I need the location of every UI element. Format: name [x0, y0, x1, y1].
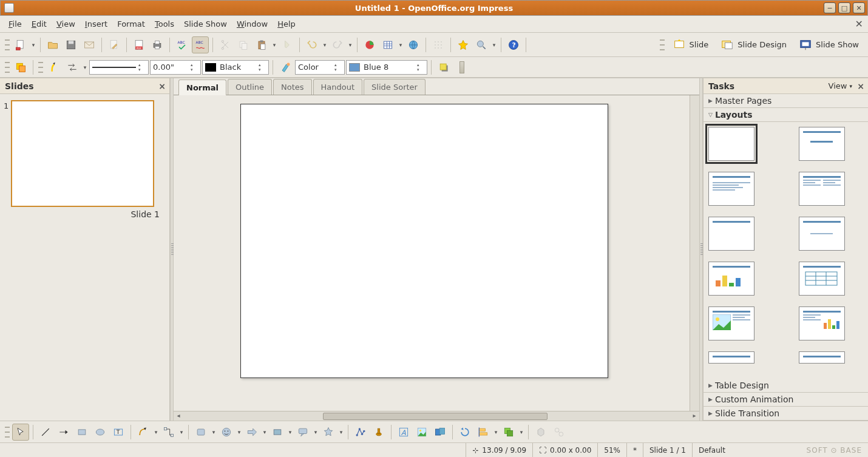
hyperlink-button[interactable] — [405, 36, 422, 53]
menu-window[interactable]: Window — [232, 17, 273, 31]
help-button[interactable]: ? — [505, 36, 522, 53]
arrow-tool[interactable] — [55, 424, 72, 441]
slides-panel-close[interactable]: × — [158, 81, 166, 91]
tab-notes[interactable]: Notes — [273, 79, 312, 95]
zoom-button[interactable] — [473, 36, 490, 53]
close-button[interactable]: ✕ — [853, 2, 865, 13]
open-button[interactable] — [44, 36, 61, 53]
tab-slide-sorter[interactable]: Slide Sorter — [364, 79, 426, 95]
layout-title-only[interactable] — [708, 217, 754, 251]
format-paintbrush-button[interactable] — [279, 36, 296, 53]
callouts-tool[interactable] — [294, 424, 311, 441]
toolbar2-handle-b[interactable] — [38, 60, 43, 75]
table-button[interactable] — [379, 36, 396, 53]
menu-file[interactable]: File — [4, 17, 27, 31]
new-dropdown[interactable]: ▾ — [30, 42, 36, 48]
block-arrows-dropdown[interactable]: ▾ — [262, 429, 268, 435]
tab-normal[interactable]: Normal — [178, 80, 226, 95]
flowchart-tool[interactable] — [269, 424, 286, 441]
slide-design-button[interactable]: Slide Design — [715, 35, 792, 55]
slide-thumbnail-1[interactable]: 1 — [11, 100, 154, 207]
menu-format[interactable]: Format — [112, 17, 150, 31]
auto-spellcheck-button[interactable]: ABC — [192, 36, 209, 53]
toolbar-handle-2[interactable] — [660, 38, 665, 52]
interaction-tool[interactable] — [551, 424, 568, 441]
area-style-button[interactable] — [277, 59, 294, 76]
table-dropdown[interactable]: ▾ — [398, 42, 404, 48]
slide-show-button[interactable]: Slide Show — [793, 35, 864, 55]
curve-dropdown[interactable]: ▾ — [153, 429, 159, 435]
fill-mode-select[interactable]: Color ▴▾ — [295, 60, 345, 75]
arrange-button[interactable] — [12, 59, 29, 76]
chart-button[interactable] — [361, 36, 378, 53]
line-tool[interactable] — [37, 424, 54, 441]
toolbar-extend-grip[interactable] — [459, 61, 464, 73]
redo-button[interactable] — [329, 36, 346, 53]
section-master-pages[interactable]: ▶ Master Pages — [704, 94, 868, 108]
layout-partial-1[interactable] — [708, 351, 754, 364]
layout-blank[interactable] — [708, 127, 754, 161]
symbol-shapes-tool[interactable] — [218, 424, 235, 441]
connector-tool[interactable] — [160, 424, 177, 441]
edit-file-button[interactable] — [106, 36, 123, 53]
block-arrows-tool[interactable] — [243, 424, 260, 441]
layout-title-content[interactable] — [708, 172, 754, 206]
layout-two-content[interactable] — [799, 172, 845, 206]
cut-button[interactable] — [217, 36, 234, 53]
undo-dropdown[interactable]: ▾ — [322, 42, 328, 48]
vertical-scrollbar[interactable] — [690, 95, 699, 411]
arrange-dropdown[interactable]: ▾ — [518, 429, 524, 435]
ellipse-tool[interactable] — [92, 424, 109, 441]
zoom-dropdown[interactable]: ▾ — [491, 42, 497, 48]
copy-button[interactable] — [235, 36, 252, 53]
layout-title-clipart-content[interactable] — [708, 306, 754, 340]
redo-dropdown[interactable]: ▾ — [347, 42, 353, 48]
slide-canvas[interactable] — [240, 104, 608, 378]
undo-button[interactable] — [303, 36, 320, 53]
section-table-design[interactable]: ▶ Table Design — [704, 379, 868, 393]
slide-button[interactable]: Slide — [667, 35, 714, 55]
menu-tools[interactable]: Tools — [150, 17, 179, 31]
connector-dropdown[interactable]: ▾ — [178, 429, 185, 435]
fontwork-tool[interactable]: A — [395, 424, 412, 441]
section-slide-transition[interactable]: ▶ Slide Transition — [704, 407, 868, 421]
line-style-select[interactable]: ▴▾ — [89, 60, 149, 75]
menu-slideshow[interactable]: Slide Show — [179, 17, 232, 31]
from-file-tool[interactable] — [413, 424, 430, 441]
arrow-style-button[interactable] — [64, 59, 81, 76]
paste-button[interactable] — [253, 36, 270, 53]
layout-centered-text[interactable] — [799, 217, 845, 251]
menu-edit[interactable]: Edit — [27, 17, 52, 31]
section-layouts[interactable]: ▽ Layouts — [704, 108, 868, 122]
new-button[interactable] — [12, 36, 29, 53]
tasks-panel-close[interactable]: × — [857, 81, 864, 91]
basic-shapes-dropdown[interactable]: ▾ — [211, 429, 217, 435]
callouts-dropdown[interactable]: ▾ — [313, 429, 319, 435]
points-tool[interactable] — [352, 424, 369, 441]
layout-title-content-chart[interactable] — [799, 306, 845, 340]
toolbar-handle[interactable] — [5, 38, 10, 52]
layout-title[interactable] — [799, 127, 845, 161]
stars-tool[interactable] — [320, 424, 337, 441]
line-color-select[interactable]: Black ▴▾ — [202, 60, 269, 75]
minimize-button[interactable]: ─ — [824, 2, 836, 13]
print-button[interactable] — [149, 36, 166, 53]
text-tool[interactable]: T — [110, 424, 127, 441]
stars-dropdown[interactable]: ▾ — [338, 429, 344, 435]
rectangle-tool[interactable] — [73, 424, 90, 441]
glue-points-tool[interactable] — [370, 424, 387, 441]
flowchart-dropdown[interactable]: ▾ — [287, 429, 293, 435]
layout-title-chart[interactable] — [708, 262, 754, 296]
horizontal-scrollbar[interactable]: ◂ ▸ — [174, 411, 699, 421]
curve-tool[interactable] — [135, 424, 152, 441]
export-pdf-button[interactable]: PDF — [131, 36, 147, 53]
fill-color-select[interactable]: Blue 8 ▴▾ — [346, 60, 427, 75]
line-width-field[interactable]: 0.00" ▴▾ — [150, 60, 201, 75]
align-tool[interactable] — [475, 424, 492, 441]
select-tool[interactable] — [12, 424, 29, 441]
paste-dropdown[interactable]: ▾ — [271, 42, 277, 48]
layout-partial-2[interactable] — [799, 351, 845, 364]
navigator-button[interactable] — [455, 36, 472, 53]
basic-shapes-tool[interactable] — [192, 424, 209, 441]
menu-help[interactable]: Help — [273, 17, 300, 31]
